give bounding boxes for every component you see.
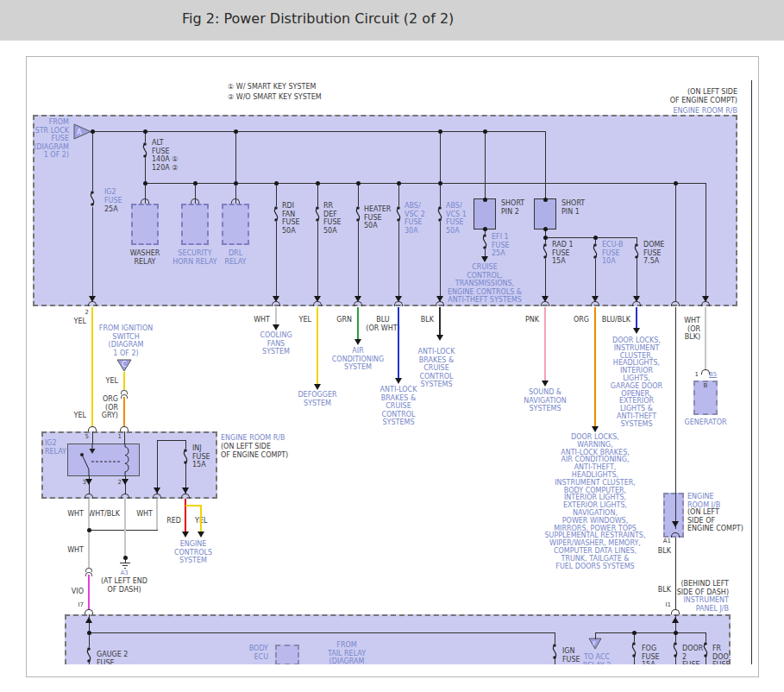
wire-line [675,183,676,301]
air-conditioning-dest: AIR CONDITIONING SYSTEM [332,347,384,372]
pin-connector-icon [121,494,129,499]
flow-arrow-down-icon [154,488,160,494]
figure-title-bar: Fig 2: Power Distribution Circuit (2 of … [0,0,784,41]
bus-line [157,440,186,441]
bus-line [89,632,555,633]
junction-dot [438,129,442,134]
pnk-wire-label: PNK [525,316,539,324]
wire-line [124,431,125,444]
legend-smart-key: ① W/ SMART KEY SYSTEM [228,83,316,91]
wire-line [595,632,596,639]
heater-fuse-label: HEATER FUSE 50A [364,205,391,230]
junction-dot [234,181,238,186]
fuse-icon [480,233,490,254]
engine-room-jb-box [663,493,684,538]
rad1-fuse-label: RAD 1 FUSE 15A [552,241,574,266]
pin-connector-icon [153,494,161,499]
colored-wire [123,372,125,390]
junction-dot [234,129,238,134]
fuse-icon [435,205,445,226]
bus-line [91,131,545,132]
splice-connector-icon [85,572,92,576]
wire-line [440,131,441,206]
flow-arrow-down-icon [436,335,443,341]
pin-connector-icon [701,369,710,374]
cooling-fans-dest: COOLING FANS SYSTEM [260,331,292,356]
antilock-cruise-dest-2: ANTI-LOCK BRAKES & CRUISE CONTROL SYSTEM… [418,348,455,389]
fuse-icon [631,242,642,263]
wire-line [751,80,752,664]
yel-defogger-label: YEL [299,316,311,324]
short-pin2-label: SHORT PIN 2 [501,199,524,216]
ign-yel-label: YEL [106,377,118,386]
bus-line [122,565,128,566]
wht-blk-label: WHT/BLK [88,510,120,519]
grn-wire-label: GRN [336,316,352,324]
colored-wire [544,307,546,381]
flow-arrow-down-icon [395,378,402,384]
dome-fuse-label: DOME FUSE 7.5A [643,241,664,266]
wire-line [358,183,359,206]
efi1-fuse-label: EFI 1 FUSE 25A [492,233,510,258]
triangle-f-icon: F [588,638,602,650]
junction-dot [543,227,548,231]
sound-navigation-dest: SOUND & NAVIGATION SYSTEMS [524,388,566,413]
junction-dot [543,236,548,240]
svg-text:C: C [122,361,127,368]
colored-wire [275,307,277,324]
junction-dot [632,631,637,635]
junction-dot [91,129,95,134]
ign-fuse-label: IGN FUSE [562,647,580,664]
flow-arrow-down-icon [182,532,189,538]
ig2-fuse-amp: 25A [104,205,118,214]
colored-wire [185,505,201,506]
bus-line [595,632,706,633]
flow-arrow-up-icon [672,617,679,623]
wht-label-2: WHT [136,510,153,519]
wire-line [545,259,546,297]
org-wire-label: ORG [574,316,589,324]
exit-pin-2: 2 [85,309,89,316]
flow-arrow-down-icon [198,532,204,538]
body-ecu-label: BODY ECU [249,645,268,661]
junction-dot [397,181,401,186]
figure-title: Fig 2: Power Distribution Circuit (2 of … [182,10,454,27]
pin-a1-label: A1 [663,538,671,544]
generator-terminal-b5[interactable]: B5 [709,371,717,378]
colored-wire [317,307,318,384]
washer-relay-label: WASHER RELAY [130,249,160,266]
colored-wire [398,307,399,378]
wire-line [358,222,359,297]
yel-wire-label-1: YEL [74,318,86,326]
alt-fuse-label: ALT FUSE [152,139,170,155]
to-acc-relay-label: TO ACC RELAY 2 [583,653,612,664]
fuse-icon [140,142,150,162]
pin-connector-icon [394,301,403,306]
fog-fuse-label: FOG FUSE 15A [642,645,660,664]
abs-vsc2-fuse-label: ABS/ VSC 2 FUSE 30A [405,202,425,235]
junction-dot [316,181,320,186]
cruise-systems-label: CRUISE CONTROL, TRANSMISSIONS, ENGINE CO… [448,263,522,305]
fuse-icon [87,190,97,211]
flow-arrow-down-icon [122,479,129,485]
fuse-icon [670,641,681,662]
junction-dot [87,528,91,532]
fuse-icon [393,205,404,226]
drl-relay-label: DRL RELAY [225,249,247,266]
junction-dot [87,631,91,635]
engine-room-rb2-location: (ON LEFT SIDE OF ENGINE COMPT) [221,443,288,459]
junction-dot [543,198,548,202]
wire-line [485,131,486,198]
wire-line [706,183,706,301]
pin-connector-icon [671,532,680,538]
abs-vcs1-fuse-label: ABS/ VCS 1 FUSE 50A [446,202,467,235]
washer-relay-box [131,204,159,245]
junction-dot [274,181,279,186]
fuse-icon [700,641,711,662]
relay-pin-5: 5 [85,433,89,440]
wire-line [276,183,277,206]
yel-wire-label-2: YEL [74,412,86,420]
wire-line [92,207,93,297]
pin-i1-label: I1 [665,601,671,608]
generator-pin-1: 1 [695,371,699,378]
